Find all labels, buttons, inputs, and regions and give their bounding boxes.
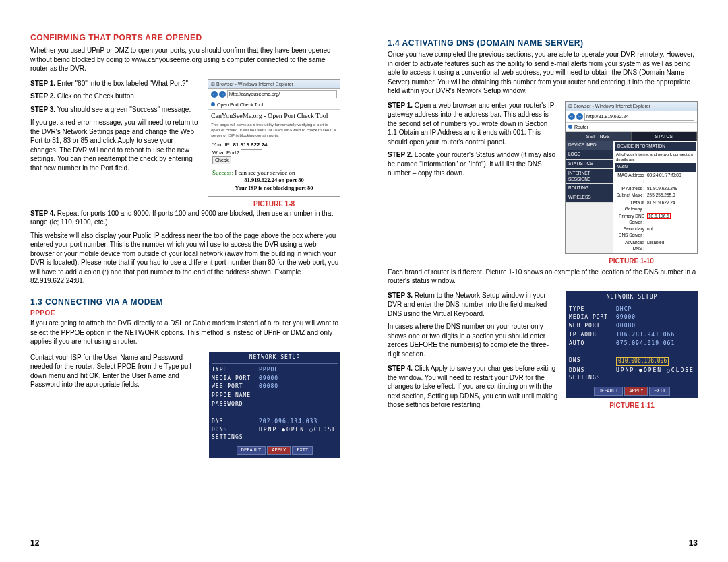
router-sidebar: DEVICE INFO LOGS STATISTICS INTERNET SES…: [566, 141, 613, 253]
primary-dns-highlight: 10.6.196.6: [647, 213, 671, 219]
browser-tab: Open Port Check Tool: [208, 100, 340, 110]
browser-title-bar: ⊞ Browser - Windows Internet Explorer: [208, 80, 340, 89]
confirm-intro: Whether you used UPnP or DMZ to open you…: [30, 46, 340, 73]
tool-title: CanYouSeeMe.org - Open Port Check Tool: [208, 110, 340, 122]
browser-icon: ⊞: [568, 104, 572, 108]
pppoe-sub: PPPOE: [30, 309, 340, 318]
picture-1-11-wrap: NETWORK SETUP TYPEDHCP MEDIA PORT09000 W…: [566, 291, 698, 410]
apply-button: APPLY: [267, 446, 291, 455]
r-step-2: STEP 2. Locate your router's Status wind…: [388, 150, 558, 178]
picture-1-10-caption: PICTURE 1-10: [565, 257, 698, 266]
page-spread: CONFIRMING THAT PORTS ARE OPENED Whether…: [0, 0, 728, 562]
port-input: [241, 149, 262, 156]
router-main: DEVICE INFORMATION All of your Internet …: [613, 141, 697, 253]
in-cases-para: In cases where the DNS number on your ro…: [388, 322, 559, 358]
picture-1-10: ⊞ Browser - Windows Internet Explorer ← …: [565, 101, 698, 255]
picture-1-9: NETWORK SETUP TYPEPPPOE MEDIA PORT09000 …: [209, 352, 340, 458]
page-number-12: 12: [30, 538, 39, 549]
picture-1-10-wrap: ⊞ Browser - Windows Internet Explorer ← …: [565, 101, 698, 266]
favicon-icon: [211, 102, 215, 106]
dns-heading: 1.4 ACTIVATING DNS (DOMAIN NAME SERVER): [388, 38, 698, 49]
check-button: Check: [212, 156, 231, 164]
fwd-icon: →: [219, 91, 226, 98]
step-1: STEP 1. Enter "80" into the box labeled …: [30, 79, 201, 88]
dns-intro: Once you have completed the previous sec…: [388, 50, 698, 96]
picture-1-8-caption: PICTURE 1-8: [208, 199, 340, 209]
apply-button: APPLY: [624, 387, 648, 396]
step-4: STEP 4. Repeat for ports 100 and 9000. I…: [30, 209, 340, 227]
contact-para: Contact your ISP for the User Name and P…: [30, 353, 202, 389]
modem-heading: 1.3 CONNECTING VIA A MODEM: [30, 296, 340, 307]
default-button: DEFAULT: [237, 446, 266, 455]
dns-highlight: 010.006.196.006: [616, 357, 669, 366]
picture-1-9-wrap: NETWORK SETUP TYPEPPPOE MEDIA PORT09000 …: [209, 352, 340, 458]
step-3: STEP 3. You should see a green "Success"…: [30, 105, 201, 115]
each-brand-para: Each brand of router is different. Pictu…: [388, 268, 698, 286]
r-step-4: STEP 4. Click Apply to save your changes…: [388, 364, 559, 410]
router-tabs: SETTINGS STATUS: [566, 132, 697, 141]
picture-1-8: ⊞ Browser - Windows Internet Explorer ← …: [208, 79, 340, 197]
fwd-icon: →: [576, 113, 583, 120]
red-error-para: If you get a red error message, you will…: [30, 118, 201, 173]
pppoe-para: If you are going to attach the DVR direc…: [30, 319, 340, 346]
browser-icon: ⊞: [211, 82, 215, 86]
page-number-13: 13: [689, 538, 698, 549]
url-input: http://81.919.622.24: [584, 113, 694, 120]
tool-desc: This page will serve as a free utility f…: [208, 122, 340, 139]
picture-1-11-caption: PICTURE 1-11: [566, 401, 698, 410]
browser-url-bar: ← → http://canyouseeme.org/: [208, 89, 340, 100]
picture-1-11: NETWORK SETUP TYPEDHCP MEDIA PORT09000 W…: [566, 291, 698, 398]
exit-button: EXIT: [292, 446, 313, 455]
page-12: CONFIRMING THAT PORTS ARE OPENED Whether…: [0, 0, 364, 562]
tool-body: Your IP: 81.919.622.24 What Port? Check …: [208, 139, 340, 196]
confirm-heading: CONFIRMING THAT PORTS ARE OPENED: [30, 32, 340, 43]
success-message: Success: I can see your service on: [212, 168, 336, 177]
website-para: This website will also display your Publ…: [30, 231, 340, 286]
default-button: DEFAULT: [594, 387, 624, 396]
r-step-3: STEP 3. Return to the Network Setup wind…: [388, 291, 559, 319]
page-13: 1.4 ACTIVATING DNS (DOMAIN NAME SERVER) …: [364, 0, 728, 562]
exit-button: EXIT: [649, 387, 670, 396]
back-icon: ←: [211, 91, 218, 98]
r-step-1: STEP 1. Open a web browser and enter you…: [388, 101, 558, 147]
picture-1-8-wrap: ⊞ Browser - Windows Internet Explorer ← …: [208, 79, 340, 209]
step-2: STEP 2. Click on the Check button: [30, 92, 201, 101]
url-input: http://canyouseeme.org/: [227, 90, 337, 98]
favicon-icon: [568, 125, 572, 129]
back-icon: ←: [568, 113, 575, 120]
